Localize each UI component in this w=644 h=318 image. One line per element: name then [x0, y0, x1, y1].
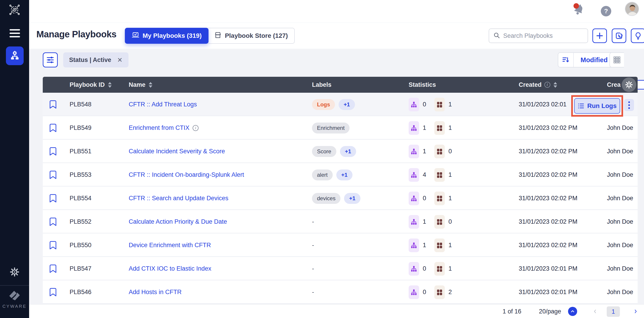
label-chip: alert [312, 170, 333, 181]
widgets-stat-icon [434, 238, 445, 252]
labels-cell: Logs+1 [312, 93, 358, 116]
playbook-name-cell: Add Hosts in CFTR [129, 280, 182, 304]
sort-direction-icon[interactable] [558, 53, 574, 67]
user-avatar[interactable] [625, 2, 639, 16]
created-date: 31/01/2023 02:02 PM [519, 116, 577, 140]
bookmark-icon[interactable] [50, 210, 56, 233]
bookmark-icon[interactable] [50, 163, 56, 187]
cyware-brand-text: CYWARE [0, 304, 29, 309]
widgets-stat-icon [434, 145, 445, 158]
page-size-expand-button[interactable] [568, 307, 577, 316]
bookmark-icon[interactable] [50, 257, 56, 280]
table-row[interactable]: PLB549 Enrichment from CTIX i Enrichment… [43, 116, 638, 140]
playbook-name-link[interactable]: Add CTIX IOC to Elastic Index [129, 265, 211, 272]
import-playbook-button[interactable] [612, 29, 626, 43]
search-box[interactable] [489, 29, 588, 43]
filter-chip-label: Status | Active [69, 57, 111, 64]
created-by: John Doe [607, 257, 633, 280]
filter-button[interactable] [43, 52, 58, 67]
table-body: PLB548 CFTR :: Add Threat Logs Logs+1 0 … [43, 93, 638, 304]
bookmark-icon[interactable] [50, 140, 56, 163]
statistics-cell: 0 1 [409, 93, 460, 116]
table-row[interactable]: PLB546 Add Hosts in CFTR - 0 2 31/01/202… [43, 280, 638, 304]
sidebar-item-playbooks[interactable] [6, 47, 24, 65]
playbook-name-link[interactable]: Calculate Incident Severity & Score [129, 148, 225, 155]
grid-view-button[interactable] [610, 52, 624, 67]
help-icon[interactable]: ? [601, 6, 611, 17]
main-area: ? Manage Playbooks [29, 0, 644, 318]
playbook-name-link[interactable]: CFTR :: Search and Update Devices [129, 195, 228, 202]
playbook-name-link[interactable]: Calculate Action Priority & Due Date [129, 218, 227, 225]
playbook-name-cell: Calculate Action Priority & Due Date [129, 210, 227, 233]
previous-page-button[interactable] [592, 304, 598, 318]
playbook-name-link[interactable]: CFTR :: Add Threat Logs [129, 101, 197, 108]
sort-control: Modified [558, 52, 615, 67]
playbook-name-cell: CFTR :: Search and Update Devices [129, 187, 228, 210]
playbook-name-link[interactable]: Enrichment from CTIX [129, 124, 190, 131]
statistics-cell: 0 1 [409, 257, 460, 280]
active-filter-chip[interactable]: Status | Active ✕ [63, 52, 128, 67]
table-row[interactable]: PLB551 Calculate Incident Severity & Sco… [43, 140, 638, 163]
create-playbook-button[interactable] [592, 29, 607, 43]
remove-filter-icon[interactable]: ✕ [117, 56, 122, 64]
labels-cell: devices+1 [312, 187, 364, 210]
table-row[interactable]: PLB554 CFTR :: Search and Update Devices… [43, 187, 638, 210]
column-header-name[interactable]: Name [129, 77, 152, 93]
run-logs-button[interactable]: Run Logs [574, 98, 620, 114]
bookmark-icon[interactable] [50, 93, 56, 116]
table-row[interactable]: PLB548 CFTR :: Add Threat Logs Logs+1 0 … [43, 93, 638, 116]
store-icon [214, 31, 222, 41]
next-page-button[interactable] [633, 304, 638, 318]
playbook-id: PLB553 [70, 163, 92, 187]
runs-stat-icon [409, 285, 419, 299]
tab-my-playbooks[interactable]: My Playbooks (319) [125, 28, 208, 44]
labels-cell: - [312, 233, 314, 257]
playbook-name-link[interactable]: CFTR :: Incident On-boarding-Splunk Aler… [129, 171, 244, 178]
cyware-logo-icon [8, 289, 21, 301]
settings-icon[interactable] [10, 267, 20, 277]
menu-toggle-button[interactable] [10, 29, 20, 37]
runs-stat-value: 0 [423, 195, 426, 202]
current-page-button[interactable]: 1 [607, 306, 620, 317]
playbook-id: PLB551 [70, 140, 92, 163]
tips-lightbulb-button[interactable] [631, 29, 644, 43]
playbook-name-link[interactable]: Device Enrichment with CFTR [129, 242, 211, 249]
bookmark-icon[interactable] [50, 280, 56, 304]
table-row[interactable]: PLB552 Calculate Action Priority & Due D… [43, 210, 638, 233]
app-logo-icon[interactable] [8, 3, 22, 17]
widgets-stat-icon [434, 262, 445, 276]
created-date: 31/01/2023 02:02 PM [519, 140, 577, 163]
tab-playbook-store[interactable]: Playbook Store (127) [208, 28, 295, 44]
playbook-name-cell: CFTR :: Add Threat Logs [129, 93, 197, 116]
bookmark-icon[interactable] [50, 187, 56, 210]
row-menu-button[interactable] [624, 99, 634, 111]
label-chip: +1 [340, 146, 356, 157]
widgets-stat-icon [434, 121, 445, 135]
table-row[interactable]: PLB550 Device Enrichment with CFTR - 1 1… [43, 233, 638, 257]
label-chip: Enrichment [312, 122, 350, 133]
label-chip: Logs [312, 99, 335, 110]
table-row[interactable]: PLB553 CFTR :: Incident On-boarding-Splu… [43, 163, 638, 187]
run-logs-label: Run Logs [587, 102, 616, 110]
column-header-created[interactable]: Created i [519, 77, 557, 93]
sort-field-button[interactable]: Modified [574, 53, 614, 67]
bookmark-icon[interactable] [50, 233, 56, 257]
playbook-name-link[interactable]: Add Hosts in CFTR [129, 289, 182, 296]
page-size-select[interactable]: 20/page [539, 304, 561, 318]
labels-cell: alert+1 [312, 163, 356, 187]
runs-stat-icon [409, 168, 419, 182]
runs-stat-value: 1 [423, 218, 426, 225]
column-header-playbook-id[interactable]: Playbook ID [70, 77, 112, 93]
notifications-bell-icon[interactable] [572, 3, 585, 18]
bookmark-icon[interactable] [50, 116, 56, 140]
cyware-brand: CYWARE [0, 289, 29, 309]
label-chip: Score [312, 146, 336, 157]
page-title: Manage Playbooks [36, 29, 116, 39]
table-header: Playbook ID Name Labels Statistics Cre [43, 77, 638, 93]
column-settings-gear-icon[interactable] [622, 77, 636, 92]
created-date: 31/01/2023 02:01 [519, 93, 566, 116]
search-input[interactable] [503, 32, 584, 39]
widgets-stat-value: 0 [448, 148, 452, 155]
table-row[interactable]: PLB547 Add CTIX IOC to Elastic Index - 0… [43, 257, 638, 280]
created-by: John Doe [607, 187, 633, 210]
